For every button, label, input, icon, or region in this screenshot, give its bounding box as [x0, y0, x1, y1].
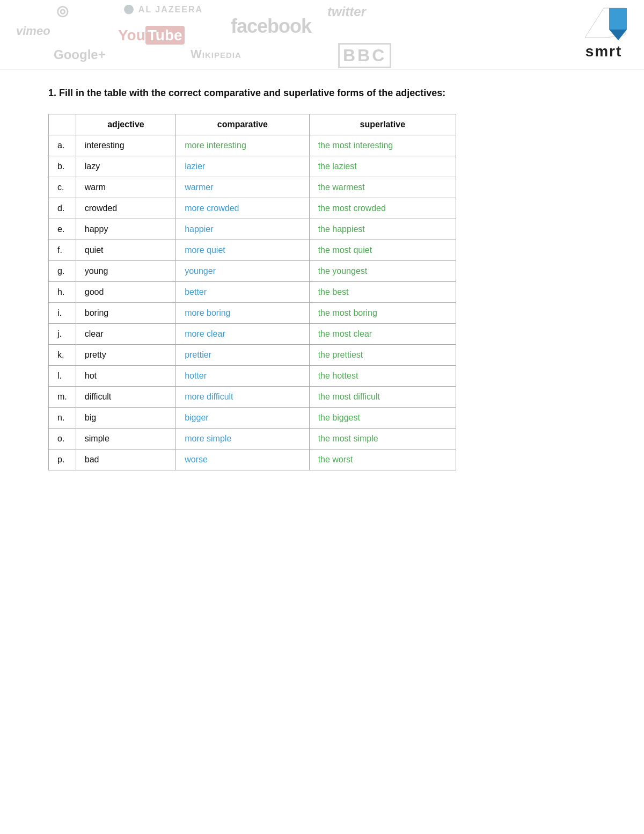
bbc-logo: BBC: [338, 43, 391, 68]
row-adjective: interesting: [76, 135, 175, 156]
smrt-shape-svg: [580, 5, 628, 43]
table-row: e.happyhappierthe happiest: [49, 219, 456, 240]
row-superlative: the most clear: [309, 324, 456, 345]
col-header-adjective: adjective: [76, 114, 175, 135]
row-comparative: lazier: [176, 156, 309, 177]
row-superlative: the worst: [309, 449, 456, 470]
row-comparative: more crowded: [176, 198, 309, 219]
row-superlative: the most boring: [309, 303, 456, 324]
row-adjective: big: [76, 408, 175, 429]
row-comparative: hotter: [176, 366, 309, 387]
row-superlative: the most difficult: [309, 387, 456, 408]
aljazeera-logo: 🌑 AL JAZEERA: [123, 4, 203, 14]
row-comparative: prettier: [176, 345, 309, 366]
wikipedia-logo: Wikipedia: [191, 47, 241, 61]
row-comparative: better: [176, 282, 309, 303]
vimeo-icon: ◎: [56, 3, 69, 19]
smrt-logo: smrt: [580, 5, 628, 60]
row-superlative: the most crowded: [309, 198, 456, 219]
table-row: j.clearmore clearthe most clear: [49, 324, 456, 345]
row-letter: h.: [49, 282, 76, 303]
col-header-comparative: comparative: [176, 114, 309, 135]
table-row: m.difficultmore difficultthe most diffic…: [49, 387, 456, 408]
smrt-text: smrt: [586, 43, 623, 60]
table-row: p.badworsethe worst: [49, 449, 456, 470]
table-row: k.prettyprettierthe prettiest: [49, 345, 456, 366]
row-adjective: happy: [76, 219, 175, 240]
adjectives-table: adjective comparative superlative a.inte…: [48, 114, 456, 470]
row-letter: a.: [49, 135, 76, 156]
row-superlative: the warmest: [309, 177, 456, 198]
table-row: a.interestingmore interestingthe most in…: [49, 135, 456, 156]
row-comparative: younger: [176, 261, 309, 282]
row-adjective: lazy: [76, 156, 175, 177]
row-letter: e.: [49, 219, 76, 240]
table-header-row: adjective comparative superlative: [49, 114, 456, 135]
row-superlative: the most quiet: [309, 240, 456, 261]
row-comparative: more simple: [176, 429, 309, 449]
row-comparative: more quiet: [176, 240, 309, 261]
row-superlative: the youngest: [309, 261, 456, 282]
row-superlative: the most interesting: [309, 135, 456, 156]
table-row: n.bigbiggerthe biggest: [49, 408, 456, 429]
row-adjective: hot: [76, 366, 175, 387]
row-comparative: bigger: [176, 408, 309, 429]
row-comparative: worse: [176, 449, 309, 470]
row-superlative: the laziest: [309, 156, 456, 177]
row-adjective: difficult: [76, 387, 175, 408]
row-comparative: happier: [176, 219, 309, 240]
google-logo: Google+: [54, 47, 106, 62]
row-adjective: simple: [76, 429, 175, 449]
main-content: 1. Fill in the table with the correct co…: [0, 70, 644, 487]
header-logos: vimeo ◎ 🌑 AL JAZEERA YouTube facebook tw…: [0, 0, 644, 69]
row-comparative: more interesting: [176, 135, 309, 156]
col-header-superlative: superlative: [309, 114, 456, 135]
table-row: l.hothotterthe hottest: [49, 366, 456, 387]
row-letter: m.: [49, 387, 76, 408]
table-row: g.youngyoungerthe youngest: [49, 261, 456, 282]
row-letter: b.: [49, 156, 76, 177]
row-adjective: boring: [76, 303, 175, 324]
row-superlative: the best: [309, 282, 456, 303]
row-letter: j.: [49, 324, 76, 345]
row-adjective: quiet: [76, 240, 175, 261]
row-letter: l.: [49, 366, 76, 387]
row-superlative: the prettiest: [309, 345, 456, 366]
row-letter: n.: [49, 408, 76, 429]
row-adjective: bad: [76, 449, 175, 470]
row-letter: c.: [49, 177, 76, 198]
row-comparative: warmer: [176, 177, 309, 198]
table-row: h.goodbetterthe best: [49, 282, 456, 303]
row-comparative: more clear: [176, 324, 309, 345]
col-header-letter: [49, 114, 76, 135]
row-letter: p.: [49, 449, 76, 470]
row-adjective: clear: [76, 324, 175, 345]
twitter-logo: twitter: [327, 4, 366, 19]
vimeo-logo: vimeo: [16, 24, 50, 38]
row-adjective: warm: [76, 177, 175, 198]
row-comparative: more difficult: [176, 387, 309, 408]
row-superlative: the happiest: [309, 219, 456, 240]
question-title: 1. Fill in the table with the correct co…: [48, 86, 596, 100]
svg-marker-1: [609, 8, 627, 30]
table-row: o.simplemore simplethe most simple: [49, 429, 456, 449]
table-row: b.lazylazierthe laziest: [49, 156, 456, 177]
row-adjective: crowded: [76, 198, 175, 219]
facebook-logo: facebook: [231, 15, 311, 38]
header: vimeo ◎ 🌑 AL JAZEERA YouTube facebook tw…: [0, 0, 644, 70]
row-adjective: young: [76, 261, 175, 282]
row-letter: g.: [49, 261, 76, 282]
table-row: d.crowdedmore crowdedthe most crowded: [49, 198, 456, 219]
row-letter: i.: [49, 303, 76, 324]
row-superlative: the hottest: [309, 366, 456, 387]
row-superlative: the most simple: [309, 429, 456, 449]
table-body: a.interestingmore interestingthe most in…: [49, 135, 456, 470]
row-adjective: pretty: [76, 345, 175, 366]
row-letter: f.: [49, 240, 76, 261]
row-letter: d.: [49, 198, 76, 219]
row-letter: o.: [49, 429, 76, 449]
row-letter: k.: [49, 345, 76, 366]
row-adjective: good: [76, 282, 175, 303]
table-row: f.quietmore quietthe most quiet: [49, 240, 456, 261]
youtube-logo: YouTube: [118, 27, 185, 44]
